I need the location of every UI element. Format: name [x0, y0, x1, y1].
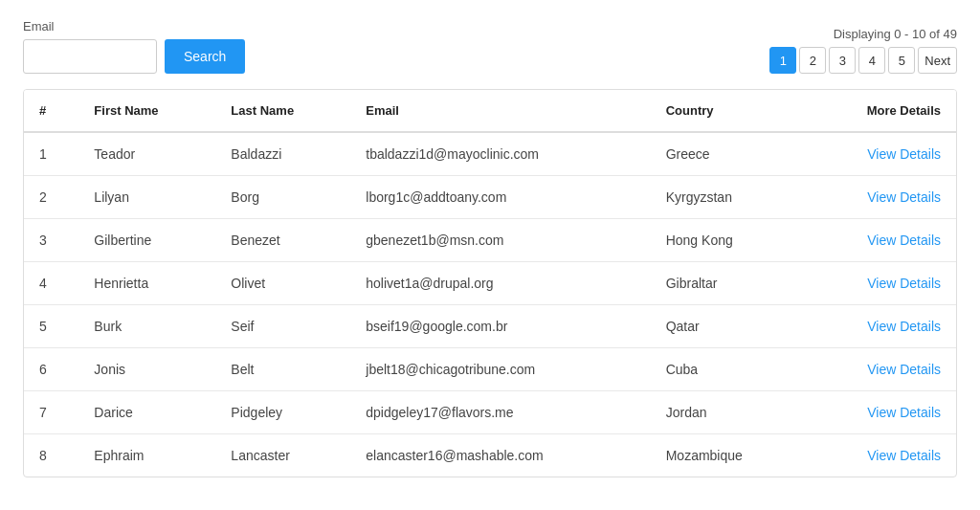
table-row: 6JonisBeltjbelt18@chicagotribune.comCuba… — [24, 348, 956, 391]
cell-first: Ephraim — [78, 434, 215, 477]
cell-num: 1 — [24, 132, 78, 176]
table-wrapper: #First NameLast NameEmailCountryMore Det… — [23, 89, 957, 477]
cell-last: Olivet — [215, 262, 350, 305]
search-input[interactable] — [23, 39, 157, 74]
header-row: #First NameLast NameEmailCountryMore Det… — [24, 90, 956, 132]
cell-country: Greece — [651, 132, 806, 176]
cell-more-details: View Details — [805, 348, 956, 391]
cell-email: lborg1c@addtoany.com — [350, 176, 650, 219]
view-details-link[interactable]: View Details — [867, 189, 941, 205]
cell-first: Burk — [78, 305, 215, 348]
table-row: 2LilyanBorglborg1c@addtoany.comKyrgyzsta… — [24, 176, 956, 219]
cell-num: 8 — [24, 434, 78, 477]
email-label: Email — [23, 19, 245, 33]
cell-email: holivet1a@drupal.org — [350, 262, 650, 305]
cell-country: Qatar — [651, 305, 806, 348]
page-button-1[interactable]: 1 — [769, 47, 796, 74]
page-button-5[interactable]: 5 — [888, 47, 915, 74]
cell-num: 6 — [24, 348, 78, 391]
view-details-link[interactable]: View Details — [867, 448, 941, 463]
table-row: 3GilbertineBenezetgbenezet1b@msn.comHong… — [24, 219, 956, 262]
search-row: Search — [23, 39, 245, 74]
header-#: # — [24, 90, 78, 132]
page-button-2[interactable]: 2 — [799, 47, 826, 74]
cell-num: 7 — [24, 391, 78, 434]
cell-num: 5 — [24, 305, 78, 348]
view-details-link[interactable]: View Details — [867, 276, 941, 291]
view-details-link[interactable]: View Details — [867, 319, 941, 334]
cell-last: Pidgeley — [215, 391, 350, 434]
cell-last: Benezet — [215, 219, 350, 262]
header-country: Country — [651, 90, 806, 132]
cell-email: gbenezet1b@msn.com — [350, 219, 650, 262]
page-button-3[interactable]: 3 — [829, 47, 856, 74]
cell-first: Gilbertine — [78, 219, 215, 262]
view-details-link[interactable]: View Details — [867, 405, 941, 420]
cell-first: Darice — [78, 391, 215, 434]
cell-country: Jordan — [651, 391, 806, 434]
cell-num: 2 — [24, 176, 78, 219]
data-table: #First NameLast NameEmailCountryMore Det… — [24, 90, 956, 477]
table-row: 8EphraimLancasterelancaster16@mashable.c… — [24, 434, 956, 477]
cell-last: Seif — [215, 305, 350, 348]
header-first-name: First Name — [78, 90, 215, 132]
cell-last: Lancaster — [215, 434, 350, 477]
cell-more-details: View Details — [805, 305, 956, 348]
cell-first: Teador — [78, 132, 215, 176]
next-button[interactable]: Next — [918, 47, 957, 74]
cell-country: Mozambique — [651, 434, 806, 477]
cell-more-details: View Details — [805, 219, 956, 262]
cell-email: dpidgeley17@flavors.me — [350, 391, 650, 434]
cell-last: Belt — [215, 348, 350, 391]
page-button-4[interactable]: 4 — [858, 47, 885, 74]
header-more-details: More Details — [805, 90, 956, 132]
table-body: 1TeadorBaldazzitbaldazzi1d@mayoclinic.co… — [24, 132, 956, 477]
cell-more-details: View Details — [805, 176, 956, 219]
pagination: 12345Next — [769, 47, 957, 74]
view-details-link[interactable]: View Details — [867, 362, 941, 377]
cell-num: 4 — [24, 262, 78, 305]
cell-country: Kyrgyzstan — [651, 176, 806, 219]
cell-first: Henrietta — [78, 262, 215, 305]
header-last-name: Last Name — [215, 90, 350, 132]
table-header: #First NameLast NameEmailCountryMore Det… — [24, 90, 956, 132]
cell-more-details: View Details — [805, 262, 956, 305]
cell-first: Lilyan — [78, 176, 215, 219]
cell-more-details: View Details — [805, 391, 956, 434]
table-row: 4HenriettaOlivetholivet1a@drupal.orgGibr… — [24, 262, 956, 305]
top-bar: Email Search Displaying 0 - 10 of 49 123… — [23, 19, 957, 74]
header-email: Email — [350, 90, 650, 132]
search-section: Email Search — [23, 19, 245, 74]
cell-last: Borg — [215, 176, 350, 219]
cell-more-details: View Details — [805, 434, 956, 477]
table-row: 1TeadorBaldazzitbaldazzi1d@mayoclinic.co… — [24, 132, 956, 176]
table-row: 7DaricePidgeleydpidgeley17@flavors.meJor… — [24, 391, 956, 434]
cell-email: bseif19@google.com.br — [350, 305, 650, 348]
cell-country: Hong Kong — [651, 219, 806, 262]
displaying-text: Displaying 0 - 10 of 49 — [834, 27, 957, 41]
cell-email: tbaldazzi1d@mayoclinic.com — [350, 132, 650, 176]
cell-first: Jonis — [78, 348, 215, 391]
cell-country: Gibraltar — [651, 262, 806, 305]
view-details-link[interactable]: View Details — [867, 233, 941, 248]
cell-more-details: View Details — [805, 132, 956, 176]
cell-last: Baldazzi — [215, 132, 350, 176]
cell-email: elancaster16@mashable.com — [350, 434, 650, 477]
cell-num: 3 — [24, 219, 78, 262]
cell-email: jbelt18@chicagotribune.com — [350, 348, 650, 391]
pagination-section: Displaying 0 - 10 of 49 12345Next — [769, 27, 957, 74]
table-row: 5BurkSeifbseif19@google.com.brQatarView … — [24, 305, 956, 348]
cell-country: Cuba — [651, 348, 806, 391]
view-details-link[interactable]: View Details — [867, 146, 941, 162]
search-button[interactable]: Search — [165, 39, 245, 74]
